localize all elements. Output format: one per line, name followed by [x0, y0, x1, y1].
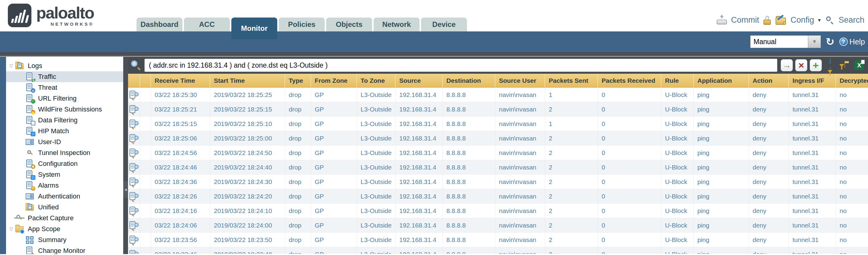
log-detail-icon[interactable] [129, 221, 138, 230]
filter-builder-button[interactable] [824, 59, 837, 72]
add-filter-icon: + [810, 59, 822, 71]
sidebar-item-tunnel-inspection[interactable]: Tunnel Inspection [6, 147, 123, 158]
tab-dashboard[interactable]: Dashboard [136, 18, 182, 31]
config-caret-icon[interactable]: ▼ [817, 18, 822, 23]
column-header-application[interactable]: Application [694, 74, 749, 87]
table-row[interactable]: 03/22 18:24:562019/03/22 18:24:50dropGPL… [128, 146, 868, 160]
sidebar-item-hip-match[interactable]: HIP Match [6, 126, 123, 137]
column-header-type[interactable]: Type [285, 74, 311, 87]
sidebar-item-traffic[interactable]: ⇄Traffic [6, 71, 123, 82]
clear-filter-button[interactable]: × [795, 59, 808, 72]
log-detail-icon[interactable] [129, 90, 138, 100]
table-cell-decrypted: no [836, 160, 868, 175]
log-detail-icon[interactable] [129, 177, 138, 187]
sidebar-item-url-filtering[interactable]: URL Filtering [6, 93, 123, 104]
log-detail-icon[interactable] [129, 148, 138, 158]
table-row[interactable]: 03/22 18:25:152019/03/22 18:25:10dropGPL… [128, 117, 868, 131]
search-icon[interactable] [826, 16, 834, 25]
sidebar-item-logs[interactable]: ▽Logs [6, 60, 123, 71]
sidebar-item-configuration[interactable]: Configuration [6, 158, 123, 169]
column-header-to-zone[interactable]: To Zone [357, 74, 396, 87]
sidebar-item-app-scope[interactable]: ▽App Scope [6, 224, 123, 234]
table-row[interactable]: 03/22 18:24:462019/03/22 18:24:40dropGPL… [128, 160, 868, 175]
table-row[interactable]: 03/22 18:24:262019/03/22 18:24:20dropGPL… [128, 189, 868, 204]
column-header-source[interactable]: Source [396, 74, 443, 87]
sidebar-item-system[interactable]: System [6, 169, 123, 180]
column-header-from-zone[interactable]: From Zone [311, 74, 357, 87]
help-button[interactable]: ? Help [839, 37, 865, 46]
save-filter-button[interactable] [838, 59, 851, 72]
refresh-mode-select[interactable]: Manual ▼ [750, 35, 821, 48]
log-detail-icon[interactable] [129, 134, 138, 143]
column-header-decrypted[interactable]: Decrypted [836, 74, 868, 87]
export-to-csv-button[interactable]: X [853, 59, 866, 72]
config-button[interactable]: Config [791, 16, 814, 25]
log-detail-icon[interactable] [129, 119, 138, 129]
tab-policies[interactable]: Policies [279, 18, 325, 31]
sidebar-item-change-monitor[interactable]: ↘Change Monitor [6, 245, 123, 254]
tab-objects[interactable]: Objects [326, 18, 372, 31]
log-detail-icon[interactable] [129, 235, 138, 245]
table-cell-ingress-if: tunnel.31 [789, 160, 836, 175]
table-cell-rule: U-Block [661, 131, 694, 146]
table-row[interactable]: 03/22 18:25:212019/03/22 18:25:15dropGPL… [128, 102, 868, 117]
tab-device[interactable]: Device [421, 18, 467, 31]
collapse-sidebar-icon[interactable]: ◄ [123, 181, 128, 198]
table-cell-start-time: 2019/03/22 18:25:10 [210, 117, 285, 131]
table-row[interactable]: 03/22 18:25:302019/03/22 18:25:25dropGPL… [128, 88, 868, 102]
sidebar-item-packet-capture[interactable]: Packet Capture [6, 213, 123, 224]
tab-acc[interactable]: ACC [184, 18, 230, 31]
config-icon[interactable] [776, 16, 786, 25]
table-row[interactable]: 03/22 18:25:062019/03/22 18:25:00dropGPL… [128, 131, 868, 146]
table-cell-destination: 8.8.8.8 [443, 247, 495, 254]
lock-icon[interactable] [764, 16, 771, 25]
search-button[interactable]: Search [838, 16, 864, 25]
log-detail-icon[interactable] [129, 206, 138, 216]
column-header-source-user[interactable]: Source User [495, 74, 545, 87]
table-cell-packets-received: 0 [598, 131, 661, 146]
column-header-action[interactable]: Action [749, 74, 789, 87]
table-cell-decrypted: no [836, 146, 868, 160]
column-header-blank[interactable] [140, 74, 151, 87]
help-icon[interactable]: ? [839, 37, 848, 46]
log-detail-icon[interactable] [129, 105, 138, 114]
sidebar-item-user-id[interactable]: User-ID [6, 137, 123, 147]
sidebar-item-unified[interactable]: Unified [6, 202, 123, 213]
log-detail-icon[interactable] [129, 250, 138, 254]
refresh-mode-caret-icon[interactable]: ▼ [808, 35, 821, 48]
expander-triangle-icon[interactable]: ▽ [7, 226, 15, 232]
table-row[interactable]: 03/22 18:24:362019/03/22 18:24:30dropGPL… [128, 175, 868, 189]
column-header-start-time[interactable]: Start Time [210, 74, 285, 87]
add-filter-button[interactable]: + [809, 59, 822, 72]
sidebar-item-wildfire-submissions[interactable]: WildFire Submissions [6, 104, 123, 115]
column-header-blank[interactable] [128, 74, 140, 87]
sidebar-splitter[interactable]: ◄ [123, 57, 128, 254]
column-header-packets-sent[interactable]: Packets Sent [545, 74, 598, 87]
expander-triangle-icon[interactable]: ▽ [7, 63, 15, 68]
table-row[interactable]: 03/22 18:23:462019/03/22 18:23:40dropGPL… [128, 247, 868, 254]
commit-button[interactable]: Commit [731, 16, 759, 25]
column-header-packets-received[interactable]: Packets Received [598, 74, 661, 87]
log-detail-icon[interactable] [129, 192, 138, 201]
apply-filter-button[interactable]: → [780, 59, 793, 72]
sidebar-item-authentication[interactable]: Authentication [6, 191, 123, 202]
sidebar-item-summary[interactable]: Summary [6, 234, 123, 245]
refresh-icon[interactable]: ↻ [826, 36, 835, 47]
sidebar-item-data-filtering[interactable]: Data Filtering [6, 115, 123, 126]
table-row[interactable]: 03/22 18:24:062019/03/22 18:24:00dropGPL… [128, 218, 868, 233]
tab-monitor[interactable]: Monitor [231, 18, 277, 39]
sidebar-item-label: Alarms [38, 181, 59, 190]
log-filter-input[interactable] [144, 59, 777, 72]
sidebar-item-threat[interactable]: ×Threat [6, 82, 123, 93]
column-header-destination[interactable]: Destination [443, 74, 495, 87]
refresh-mode-value[interactable]: Manual [750, 35, 808, 48]
tab-network[interactable]: Network [374, 18, 420, 31]
commit-icon[interactable] [717, 16, 727, 25]
table-row[interactable]: 03/22 18:24:162019/03/22 18:24:10dropGPL… [128, 204, 868, 218]
column-header-receive-time[interactable]: Receive Time [151, 74, 210, 87]
sidebar-item-alarms[interactable]: Alarms [6, 180, 123, 191]
column-header-ingress-i-f[interactable]: Ingress I/F [789, 74, 836, 87]
column-header-rule[interactable]: Rule [661, 74, 694, 87]
table-row[interactable]: 03/22 18:23:562019/03/22 18:23:50dropGPL… [128, 233, 868, 247]
log-detail-icon[interactable] [129, 163, 138, 172]
